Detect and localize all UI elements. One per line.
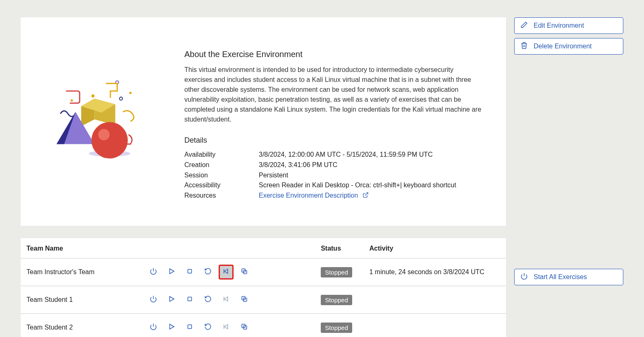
svg-marker-22 — [169, 296, 174, 301]
row-actions-cell — [142, 286, 317, 314]
teams-table-card: Team Name Status Activity Team Instructo… — [21, 238, 506, 337]
skip-back-icon — [222, 268, 230, 277]
about-heading: About the Exercise Environment — [184, 50, 483, 59]
environment-illustration — [44, 37, 168, 201]
row-actions-cell — [142, 258, 317, 286]
copy-icon — [241, 295, 248, 304]
svg-point-4 — [129, 92, 132, 94]
row-actions-cell — [142, 314, 317, 337]
restart-icon — [204, 295, 212, 304]
detail-label: Creation — [184, 160, 259, 170]
svg-marker-15 — [169, 269, 174, 274]
status-badge: Stopped — [321, 295, 352, 305]
copy-icon — [241, 323, 248, 332]
play-button[interactable] — [165, 320, 179, 335]
svg-marker-24 — [224, 297, 228, 301]
restart-icon — [204, 268, 212, 277]
delete-environment-button[interactable]: Delete Environment — [514, 38, 623, 55]
svg-point-3 — [119, 97, 122, 100]
stop-button[interactable] — [183, 293, 197, 307]
svg-marker-31 — [224, 325, 228, 329]
svg-rect-30 — [188, 325, 191, 329]
team-name-cell: Team Instructor's Team — [21, 258, 142, 286]
status-cell: Stopped — [317, 258, 365, 286]
detail-row-accessibility: Accessibility Screen Reader in Kali Desk… — [184, 180, 483, 191]
svg-rect-16 — [188, 270, 191, 273]
col-team-name: Team Name — [21, 238, 142, 258]
power-icon — [520, 272, 528, 282]
stop-button[interactable] — [183, 320, 197, 335]
detail-value: 3/8/2024, 12:00:00 AM UTC - 5/15/2024, 1… — [259, 150, 433, 160]
detail-row-availability: Availability 3/8/2024, 12:00:00 AM UTC -… — [184, 150, 483, 160]
col-actions — [142, 238, 317, 258]
power-button[interactable] — [146, 320, 160, 335]
svg-point-1 — [71, 99, 73, 102]
team-name-cell: Team Student 2 — [21, 314, 142, 337]
resources-link[interactable]: Exercise Environment Description — [259, 192, 369, 199]
reset-button — [219, 293, 233, 307]
power-icon — [150, 268, 157, 277]
activity-cell — [365, 314, 506, 337]
power-button[interactable] — [146, 265, 160, 279]
power-button[interactable] — [146, 293, 160, 307]
activity-cell: 1 minute, 24 seconds on 3/8/2024 UTC — [365, 258, 506, 286]
copy-button[interactable] — [237, 293, 251, 307]
stop-button[interactable] — [183, 265, 197, 279]
activity-cell — [365, 286, 506, 314]
detail-label: Session — [184, 170, 259, 181]
resources-link-text: Exercise Environment Description — [259, 192, 358, 199]
trash-icon — [520, 42, 528, 51]
svg-point-2 — [91, 95, 94, 98]
svg-marker-17 — [224, 269, 228, 274]
stop-icon — [186, 323, 193, 332]
detail-row-resources: Resources Exercise Environment Descripti… — [184, 191, 483, 201]
reset-button[interactable] — [219, 265, 233, 279]
external-link-icon — [363, 191, 369, 201]
detail-value: Screen Reader in Kali Desktop - Orca: ct… — [259, 180, 456, 191]
edit-environment-button[interactable]: Edit Environment — [514, 17, 623, 34]
restart-icon — [204, 323, 212, 332]
status-cell: Stopped — [317, 286, 365, 314]
table-row: Team Student 2Stopped — [21, 314, 506, 337]
col-activity: Activity — [365, 238, 506, 258]
table-row: Team Instructor's TeamStopped1 minute, 2… — [21, 258, 506, 286]
delete-environment-label: Delete Environment — [534, 43, 592, 50]
table-row: Team Student 1Stopped — [21, 286, 506, 314]
skip-back-icon — [222, 295, 230, 304]
reset-button — [219, 320, 233, 335]
edit-environment-label: Edit Environment — [534, 22, 584, 29]
detail-value: Persistent — [259, 170, 288, 181]
detail-row-creation: Creation 3/8/2024, 3:41:06 PM UTC — [184, 160, 483, 170]
skip-back-icon — [222, 323, 230, 332]
start-all-exercises-button[interactable]: Start All Exercises — [514, 269, 623, 285]
power-icon — [150, 323, 157, 332]
copy-button[interactable] — [237, 320, 251, 335]
detail-value: 3/8/2024, 3:41:06 PM UTC — [259, 160, 337, 170]
svg-point-12 — [98, 129, 110, 141]
power-icon — [150, 295, 157, 304]
start-all-label: Start All Exercises — [534, 273, 587, 281]
play-icon — [168, 295, 175, 304]
restart-button[interactable] — [201, 293, 215, 307]
about-description: This virtual environment is intended to … — [184, 65, 483, 124]
play-button[interactable] — [165, 265, 179, 279]
col-status: Status — [317, 238, 365, 258]
play-icon — [168, 323, 175, 332]
svg-rect-23 — [188, 297, 191, 301]
stop-icon — [186, 295, 193, 304]
status-cell: Stopped — [317, 314, 365, 337]
svg-marker-29 — [169, 324, 174, 329]
svg-line-13 — [365, 192, 368, 195]
play-button[interactable] — [165, 293, 179, 307]
copy-button[interactable] — [237, 265, 251, 279]
stop-icon — [186, 268, 193, 277]
detail-label: Resources — [184, 191, 259, 201]
copy-icon — [241, 268, 248, 277]
pencil-icon — [520, 21, 528, 30]
details-heading: Details — [184, 136, 483, 145]
restart-button[interactable] — [201, 320, 215, 335]
restart-button[interactable] — [201, 265, 215, 279]
status-badge: Stopped — [321, 267, 352, 277]
detail-row-session: Session Persistent — [184, 170, 483, 181]
about-card: About the Exercise Environment This virt… — [21, 17, 506, 226]
